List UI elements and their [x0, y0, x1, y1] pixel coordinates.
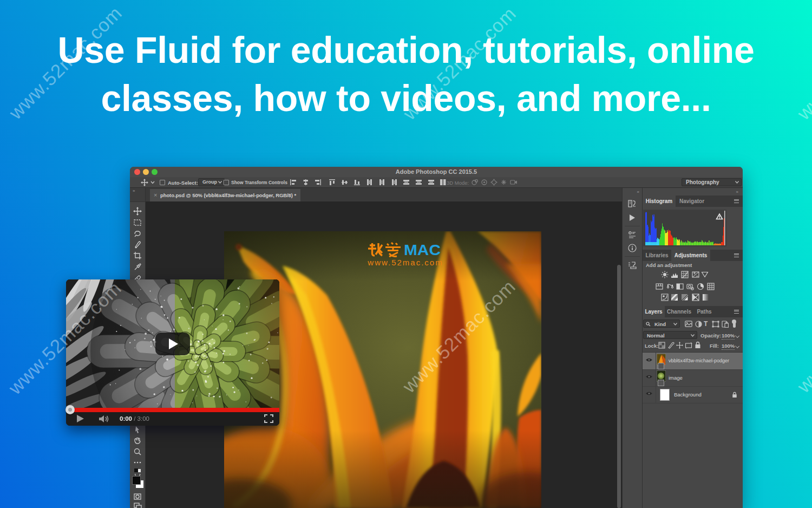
svg-text:MAC: MAC	[404, 242, 441, 257]
